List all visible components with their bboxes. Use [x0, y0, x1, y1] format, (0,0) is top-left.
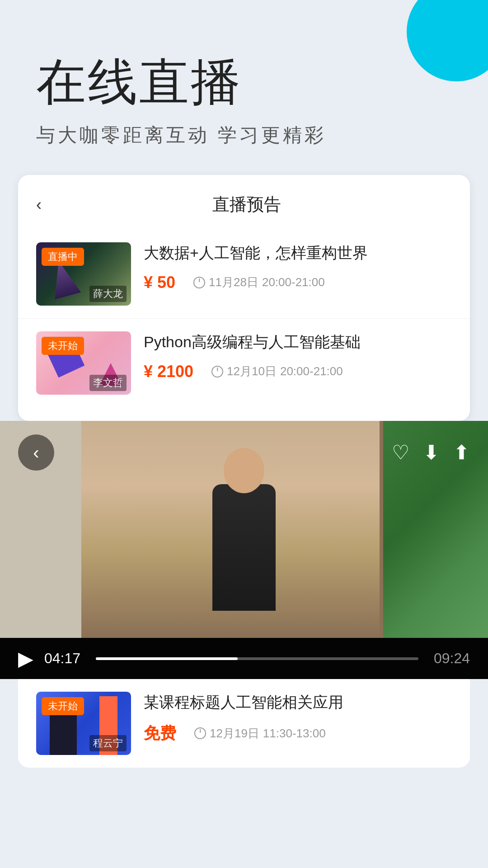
video-controls-bar: ▶ 04:17 09:24 [0, 638, 488, 679]
broadcast-name-3: 某课程标题人工智能相关应用 [144, 692, 452, 713]
price-3: 免费 [144, 722, 176, 745]
video-back-button[interactable]: ‹ [18, 434, 54, 471]
time-range-2: 20:00-21:00 [280, 364, 343, 378]
instructor-tag-1: 薛大龙 [89, 286, 127, 302]
video-like-button[interactable]: ♡ [392, 443, 409, 462]
video-progress-fill [96, 657, 238, 660]
card-back-button[interactable]: ‹ [36, 197, 42, 213]
instructor-tag-2: 李文哲 [89, 375, 127, 391]
instructor-tag-3: 程云宁 [89, 735, 127, 751]
card-header: ‹ 直播预告 [18, 189, 470, 230]
time-range-3: 11:30-13:00 [263, 726, 326, 741]
time-info-3: 12月19日 11:30-13:00 [194, 726, 326, 741]
broadcast-info-2: Python高级编程与人工智能基础 ¥ 2100 12月10日 20:00-21… [131, 331, 452, 381]
clock-icon-3 [194, 727, 206, 739]
broadcast-name-2: Python高级编程与人工智能基础 [144, 331, 452, 353]
hero-subtitle: 与大咖零距离互动 学习更精彩 [36, 123, 452, 148]
broadcast-item-2[interactable]: 未开始 李文哲 Python高级编程与人工智能基础 ¥ 2100 12月10日 … [18, 319, 470, 407]
broadcast-meta-1: ¥ 50 11月28日 20:00-21:00 [144, 273, 452, 292]
broadcast-meta-2: ¥ 2100 12月10日 20:00-21:00 [144, 362, 452, 381]
thumbnail-2: 未开始 李文哲 [36, 331, 131, 395]
video-progress-bar[interactable] [96, 657, 418, 660]
clock-icon-1 [193, 277, 205, 288]
video-time-total: 09:24 [429, 650, 470, 667]
hero-title: 在线直播 [36, 54, 452, 109]
date-2: 12月10日 [227, 363, 277, 379]
video-actions: ♡ ⬇ ⬆ [392, 443, 470, 462]
video-time-current: 04:17 [44, 650, 85, 667]
broadcast-item-1[interactable]: 直播中 薛大龙 大数据+人工智能，怎样重构世界 ¥ 50 11月28日 20:0… [18, 230, 470, 319]
video-viewport: ‹ ♡ ⬇ ⬆ [0, 421, 488, 638]
video-overlay-header: ‹ ♡ ⬇ ⬆ [0, 421, 488, 484]
thumbnail-3: 未开始 程云宁 [36, 692, 131, 755]
time-range-1: 20:00-21:00 [262, 275, 325, 289]
video-back-icon: ‹ [33, 443, 39, 462]
video-download-button[interactable]: ⬇ [423, 443, 440, 462]
status-badge-1: 直播中 [42, 248, 84, 266]
date-3: 12月19日 [210, 726, 259, 741]
video-player: ‹ ♡ ⬇ ⬆ ▶ 04:17 09:24 [0, 421, 488, 679]
video-share-button[interactable]: ⬆ [453, 443, 470, 462]
broadcast-meta-3: 免费 12月19日 11:30-13:00 [144, 722, 452, 745]
broadcast-card: ‹ 直播预告 直播中 薛大龙 大数据+人工智能，怎样重构世界 ¥ 50 11月2… [18, 175, 470, 421]
clock-icon-2 [211, 366, 223, 377]
card-title: 直播预告 [42, 193, 452, 216]
play-button[interactable]: ▶ [18, 647, 33, 670]
time-info-2: 12月10日 20:00-21:00 [211, 363, 343, 379]
price-2: ¥ 2100 [144, 362, 193, 381]
broadcast-item-3-partial[interactable]: 未开始 程云宁 某课程标题人工智能相关应用 免费 12月19日 11:30-13… [18, 679, 470, 768]
broadcast-info-3: 某课程标题人工智能相关应用 免费 12月19日 11:30-13:00 [131, 692, 452, 745]
status-badge-2: 未开始 [42, 337, 84, 355]
broadcast-name-1: 大数据+人工智能，怎样重构世界 [144, 242, 452, 264]
price-1: ¥ 50 [144, 273, 175, 292]
time-info-1: 11月28日 20:00-21:00 [193, 274, 325, 290]
broadcast-info-1: 大数据+人工智能，怎样重构世界 ¥ 50 11月28日 20:00-21:00 [131, 242, 452, 292]
thumbnail-1: 直播中 薛大龙 [36, 242, 131, 306]
date-1: 11月28日 [209, 274, 258, 290]
status-badge-3: 未开始 [42, 697, 84, 715]
